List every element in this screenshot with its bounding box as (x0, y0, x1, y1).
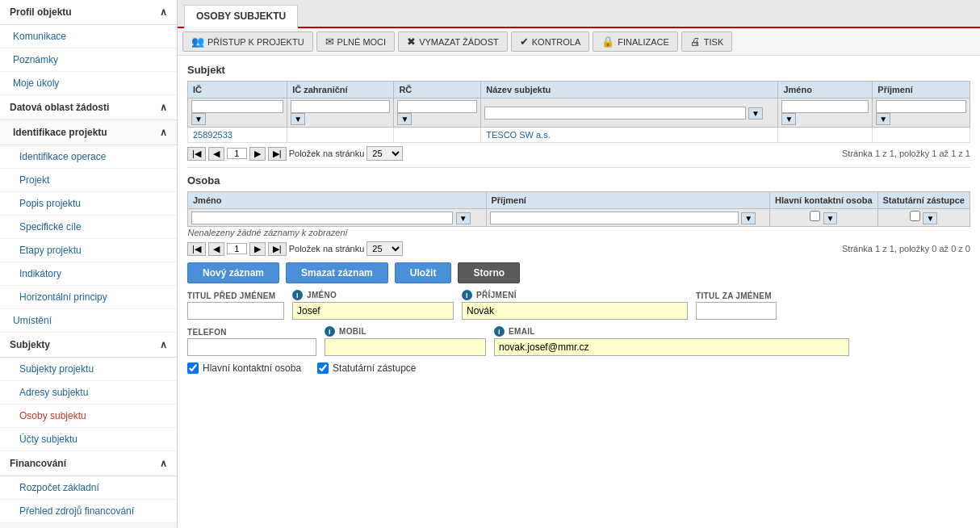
chevron-up-icon-2: ∧ (160, 102, 167, 113)
ic-link[interactable]: 25892533 (193, 130, 232, 140)
toolbar-btn-pristup[interactable]: 👥 PŘÍSTUP K PROJEKTU (182, 31, 313, 52)
pag-page-input[interactable] (227, 148, 247, 159)
input-telefon[interactable] (187, 338, 316, 356)
sidebar-item-adresy-subjektu[interactable]: Adresy subjektu (0, 381, 177, 404)
pag-prev[interactable]: ◀ (208, 147, 224, 161)
sidebar-section-datova-oblast[interactable]: Datová oblast žádosti ∧ (0, 95, 177, 120)
filter-statutarni-btn[interactable]: ▼ (923, 212, 937, 224)
input-jmeno[interactable] (292, 302, 454, 320)
users-icon: 👥 (191, 36, 204, 48)
label-mobil: i MOBIL (325, 326, 486, 337)
toolbar-btn-kontrola[interactable]: ✔ KONTROLA (511, 31, 590, 52)
lock-icon: 🔒 (601, 36, 614, 48)
new-record-button[interactable]: Nový záznam (187, 262, 279, 283)
pag-info-osoba: Stránka 1 z 1, položky 0 až 0 z 0 (842, 244, 970, 254)
chevron-up-icon-3: ∧ (160, 127, 167, 138)
pag-first-osoba[interactable]: |◀ (187, 242, 206, 256)
sidebar-item-poznamky[interactable]: Poznámky (0, 48, 177, 72)
toolbar-btn-plne-moci[interactable]: ✉ PLNÉ MOCI (316, 31, 396, 52)
filter-prijmeni-btn[interactable]: ▼ (876, 113, 890, 125)
checkbox-statutarni-input[interactable] (317, 362, 329, 374)
label-prijmeni: i PŘÍJMENÍ (462, 290, 688, 300)
filter-rc-btn[interactable]: ▼ (397, 113, 412, 125)
tab-osoby-subjektu[interactable]: OSOBY SUBJEKTU (184, 5, 298, 28)
filter-osoba-prijmeni-btn[interactable]: ▼ (741, 212, 756, 224)
filter-ic-zahr-btn[interactable]: ▼ (291, 113, 305, 125)
sidebar-item-financni-plan: Finanční plán (0, 523, 177, 528)
sidebar-item-rozpocet-zakladni[interactable]: Rozpočet základní (0, 476, 177, 500)
field-email: i EMAIL (494, 326, 849, 356)
save-button[interactable]: Uložit (395, 262, 452, 283)
cancel-button[interactable]: Storno (458, 262, 520, 283)
sidebar-item-identifikace-operace[interactable]: Identifikace operace (0, 145, 177, 169)
filter-osoba-jmeno-btn[interactable]: ▼ (456, 212, 471, 224)
toolbar-btn-vymazat[interactable]: ✖ VYMAZAT ŽÁDOST (398, 31, 508, 52)
sidebar-section-identifikace[interactable]: Identifikace projektu ∧ (0, 120, 177, 145)
filter-osoba-prijmeni[interactable] (490, 212, 739, 224)
per-page-select[interactable]: 2550100 (366, 146, 403, 161)
filter-statutarni-checkbox[interactable] (910, 211, 920, 221)
delete-record-button[interactable]: Smazat záznam (286, 262, 388, 283)
field-jmeno: i JMÉNO (292, 290, 454, 320)
filter-jmeno[interactable] (781, 100, 869, 113)
pag-first[interactable]: |◀ (187, 147, 206, 161)
sidebar-item-subjekty-projektu[interactable]: Subjekty projektu (0, 358, 177, 381)
sidebar-item-moje-ukoly[interactable]: Moje úkoly (0, 72, 177, 95)
form-row-2: TELEFON i MOBIL i EMAIL (187, 326, 970, 356)
input-titul-za[interactable] (696, 302, 777, 320)
osoba-table: Jméno Příjmení Hlavní kontaktní osoba St… (187, 191, 970, 238)
sidebar-item-specificke-cile[interactable]: Specifické cíle (0, 216, 177, 239)
toolbar: 👥 PŘÍSTUP K PROJEKTU ✉ PLNÉ MOCI ✖ VYMAZ… (178, 28, 980, 56)
filter-nazev[interactable] (484, 107, 745, 119)
input-prijmeni[interactable] (462, 302, 688, 320)
filter-hlavni-checkbox[interactable] (810, 211, 820, 221)
label-email: i EMAIL (494, 326, 849, 337)
pag-next[interactable]: ▶ (249, 147, 266, 161)
sidebar-item-prehled-zdroju[interactable]: Přehled zdrojů financování (0, 500, 177, 523)
filter-jmeno-btn[interactable]: ▼ (781, 113, 796, 125)
sidebar-item-horizontalni-principy[interactable]: Horizontální principy (0, 286, 177, 309)
sidebar-item-popis-projektu[interactable]: Popis projektu (0, 192, 177, 216)
filter-nazev-btn[interactable]: ▼ (748, 107, 763, 119)
pag-last-osoba[interactable]: ▶| (268, 242, 287, 256)
sidebar-item-komunikace[interactable]: Komunikace (0, 25, 177, 48)
filter-hlavni-btn[interactable]: ▼ (823, 212, 838, 224)
filter-ic[interactable] (191, 100, 283, 113)
checkbox-hlavni-label: Hlavní kontaktní osoba (203, 362, 301, 374)
table-row[interactable]: 25892533 TESCO SW a.s. (188, 128, 970, 143)
sidebar-section-financovani[interactable]: Financování ∧ (0, 451, 177, 476)
sidebar-item-ucty-subjektu[interactable]: Účty subjektu (0, 428, 177, 451)
sidebar-item-etapy-projektu[interactable]: Etapy projektu (0, 239, 177, 262)
sidebar-section-profil[interactable]: Profil objektu ∧ (0, 0, 177, 25)
filter-ic-btn[interactable]: ▼ (191, 113, 206, 125)
form-row-1: TITUL PŘED JMÉNEM i JMÉNO i PŘÍJMENÍ TIT… (187, 290, 970, 320)
sidebar-item-osoby-subjektu[interactable]: Osoby subjektu (0, 404, 177, 428)
filter-ic-zahr[interactable] (291, 100, 390, 113)
info-icon-email: i (494, 326, 505, 337)
filter-rc[interactable] (397, 100, 477, 113)
field-titul-za: TITUL ZA JMÉNEM (696, 291, 777, 320)
chevron-up-icon-5: ∧ (160, 458, 167, 469)
pag-prev-osoba[interactable]: ◀ (208, 242, 224, 256)
filter-prijmeni[interactable] (876, 100, 966, 113)
col-prijmeni: Příjmení (873, 82, 970, 98)
sidebar-section-subjekty[interactable]: Subjekty ∧ (0, 333, 177, 358)
toolbar-btn-finalizace[interactable]: 🔒 FINALIZACE (593, 31, 678, 52)
checkbox-hlavni-input[interactable] (187, 362, 199, 374)
sidebar-item-umisteni[interactable]: Umístění (0, 309, 177, 333)
toolbar-btn-tisk[interactable]: 🖨 TISK (681, 31, 732, 52)
label-telefon: TELEFON (187, 328, 316, 337)
pag-next-osoba[interactable]: ▶ (249, 242, 266, 256)
filter-osoba-jmeno[interactable] (191, 212, 453, 224)
pag-page-input-osoba[interactable] (227, 243, 247, 254)
sidebar-item-indikatory[interactable]: Indikátory (0, 262, 177, 286)
print-icon: 🖨 (690, 36, 701, 48)
per-page-select-osoba[interactable]: 2550100 (366, 241, 403, 256)
nazev-link[interactable]: TESCO SW a.s. (486, 130, 550, 140)
subjekt-table: IČ IČ zahraniční RČ Název subjektu Jméno… (187, 81, 970, 143)
pag-last[interactable]: ▶| (268, 147, 287, 161)
sidebar-item-projekt[interactable]: Projekt (0, 169, 177, 192)
input-titul-pred[interactable] (187, 302, 284, 320)
input-mobil[interactable] (325, 338, 486, 356)
input-email[interactable] (494, 338, 849, 356)
